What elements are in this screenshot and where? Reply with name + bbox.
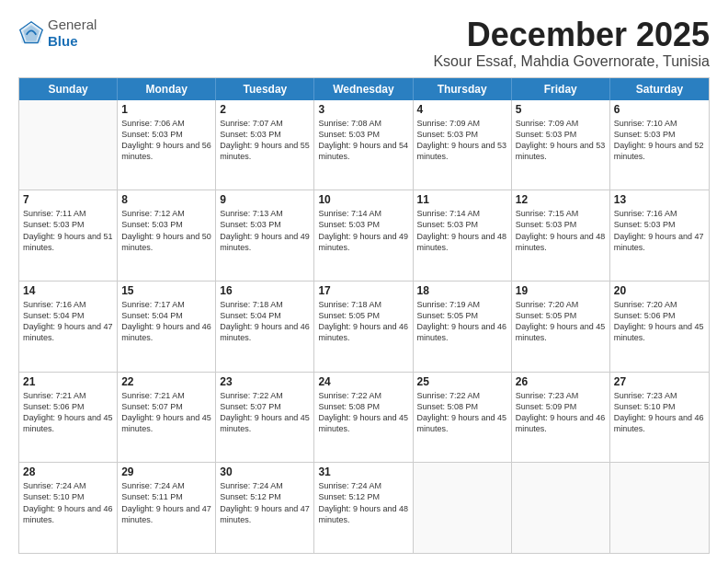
day-info: Sunrise: 7:11 AM Sunset: 5:03 PM Dayligh… [23, 208, 113, 253]
page: General Blue December 2025 Ksour Essaf, … [0, 0, 728, 563]
header-day-saturday: Saturday [610, 78, 709, 100]
day-cell-18: 18Sunrise: 7:19 AM Sunset: 5:05 PM Dayli… [414, 282, 512, 372]
logo-general: General [48, 17, 97, 32]
calendar-row-0: 1Sunrise: 7:06 AM Sunset: 5:03 PM Daylig… [19, 100, 709, 190]
day-cell-10: 10Sunrise: 7:14 AM Sunset: 5:03 PM Dayli… [314, 190, 413, 281]
day-number: 23 [220, 375, 310, 388]
day-number: 7 [23, 193, 113, 206]
calendar-row-3: 21Sunrise: 7:21 AM Sunset: 5:06 PM Dayli… [19, 372, 709, 463]
day-info: Sunrise: 7:19 AM Sunset: 5:05 PM Dayligh… [417, 299, 507, 344]
day-info: Sunrise: 7:13 AM Sunset: 5:03 PM Dayligh… [220, 208, 310, 253]
header-day-monday: Monday [118, 78, 216, 100]
day-number: 29 [121, 465, 211, 478]
day-info: Sunrise: 7:08 AM Sunset: 5:03 PM Dayligh… [318, 118, 408, 163]
day-info: Sunrise: 7:14 AM Sunset: 5:03 PM Dayligh… [417, 208, 507, 253]
day-cell-20: 20Sunrise: 7:20 AM Sunset: 5:06 PM Dayli… [610, 282, 709, 372]
day-cell-3: 3Sunrise: 7:08 AM Sunset: 5:03 PM Daylig… [314, 100, 413, 190]
day-cell-27: 27Sunrise: 7:23 AM Sunset: 5:10 PM Dayli… [610, 373, 709, 463]
day-info: Sunrise: 7:20 AM Sunset: 5:05 PM Dayligh… [516, 299, 606, 344]
day-cell-empty [414, 463, 512, 553]
day-cell-9: 9Sunrise: 7:13 AM Sunset: 5:03 PM Daylig… [216, 190, 314, 281]
day-number: 31 [318, 465, 408, 478]
day-info: Sunrise: 7:24 AM Sunset: 5:12 PM Dayligh… [318, 480, 408, 525]
day-cell-12: 12Sunrise: 7:15 AM Sunset: 5:03 PM Dayli… [512, 190, 610, 281]
day-info: Sunrise: 7:09 AM Sunset: 5:03 PM Dayligh… [417, 118, 507, 163]
header-day-wednesday: Wednesday [314, 78, 413, 100]
day-cell-2: 2Sunrise: 7:07 AM Sunset: 5:03 PM Daylig… [216, 100, 314, 190]
logo-text: General Blue [48, 17, 97, 50]
day-number: 25 [417, 375, 507, 388]
day-cell-5: 5Sunrise: 7:09 AM Sunset: 5:03 PM Daylig… [512, 100, 610, 190]
day-cell-28: 28Sunrise: 7:24 AM Sunset: 5:10 PM Dayli… [19, 463, 118, 553]
day-cell-31: 31Sunrise: 7:24 AM Sunset: 5:12 PM Dayli… [314, 463, 413, 553]
day-cell-23: 23Sunrise: 7:22 AM Sunset: 5:07 PM Dayli… [216, 373, 314, 463]
day-cell-16: 16Sunrise: 7:18 AM Sunset: 5:04 PM Dayli… [216, 282, 314, 372]
day-info: Sunrise: 7:14 AM Sunset: 5:03 PM Dayligh… [318, 208, 408, 253]
day-cell-26: 26Sunrise: 7:23 AM Sunset: 5:09 PM Dayli… [512, 373, 610, 463]
day-cell-6: 6Sunrise: 7:10 AM Sunset: 5:03 PM Daylig… [610, 100, 709, 190]
day-cell-17: 17Sunrise: 7:18 AM Sunset: 5:05 PM Dayli… [314, 282, 413, 372]
day-info: Sunrise: 7:10 AM Sunset: 5:03 PM Dayligh… [614, 118, 705, 163]
day-cell-4: 4Sunrise: 7:09 AM Sunset: 5:03 PM Daylig… [414, 100, 512, 190]
day-number: 27 [614, 375, 705, 388]
day-number: 13 [614, 193, 705, 206]
day-info: Sunrise: 7:18 AM Sunset: 5:05 PM Dayligh… [318, 299, 408, 344]
day-number: 10 [318, 193, 408, 206]
day-cell-13: 13Sunrise: 7:16 AM Sunset: 5:03 PM Dayli… [610, 190, 709, 281]
day-cell-15: 15Sunrise: 7:17 AM Sunset: 5:04 PM Dayli… [118, 282, 216, 372]
header-day-sunday: Sunday [19, 78, 118, 100]
logo-icon [18, 20, 44, 46]
day-cell-22: 22Sunrise: 7:21 AM Sunset: 5:07 PM Dayli… [118, 373, 216, 463]
day-cell-8: 8Sunrise: 7:12 AM Sunset: 5:03 PM Daylig… [118, 190, 216, 281]
day-cell-1: 1Sunrise: 7:06 AM Sunset: 5:03 PM Daylig… [118, 100, 216, 190]
day-cell-empty [610, 463, 709, 553]
day-number: 5 [516, 103, 606, 116]
day-number: 24 [318, 375, 408, 388]
day-cell-19: 19Sunrise: 7:20 AM Sunset: 5:05 PM Dayli… [512, 282, 610, 372]
day-number: 3 [318, 103, 408, 116]
day-info: Sunrise: 7:09 AM Sunset: 5:03 PM Dayligh… [516, 118, 606, 163]
day-number: 28 [23, 465, 113, 478]
day-info: Sunrise: 7:21 AM Sunset: 5:07 PM Dayligh… [121, 390, 211, 435]
day-cell-7: 7Sunrise: 7:11 AM Sunset: 5:03 PM Daylig… [19, 190, 118, 281]
day-cell-11: 11Sunrise: 7:14 AM Sunset: 5:03 PM Dayli… [414, 190, 512, 281]
day-info: Sunrise: 7:24 AM Sunset: 5:12 PM Dayligh… [220, 480, 310, 525]
calendar-row-2: 14Sunrise: 7:16 AM Sunset: 5:04 PM Dayli… [19, 281, 709, 372]
day-info: Sunrise: 7:17 AM Sunset: 5:04 PM Dayligh… [121, 299, 211, 344]
calendar-row-1: 7Sunrise: 7:11 AM Sunset: 5:03 PM Daylig… [19, 190, 709, 281]
day-number: 22 [121, 375, 211, 388]
day-number: 12 [516, 193, 606, 206]
day-number: 21 [23, 375, 113, 388]
day-number: 19 [516, 284, 606, 297]
day-number: 11 [417, 193, 507, 206]
calendar: SundayMondayTuesdayWednesdayThursdayFrid… [18, 77, 710, 554]
day-number: 20 [614, 284, 705, 297]
day-info: Sunrise: 7:16 AM Sunset: 5:03 PM Dayligh… [614, 208, 705, 253]
title-block: December 2025 Ksour Essaf, Mahdia Govern… [433, 17, 710, 70]
day-info: Sunrise: 7:15 AM Sunset: 5:03 PM Dayligh… [516, 208, 606, 253]
day-number: 26 [516, 375, 606, 388]
day-info: Sunrise: 7:22 AM Sunset: 5:08 PM Dayligh… [417, 390, 507, 435]
day-cell-30: 30Sunrise: 7:24 AM Sunset: 5:12 PM Dayli… [216, 463, 314, 553]
day-info: Sunrise: 7:24 AM Sunset: 5:10 PM Dayligh… [23, 480, 113, 525]
day-info: Sunrise: 7:23 AM Sunset: 5:10 PM Dayligh… [614, 390, 705, 435]
logo: General Blue [18, 17, 97, 50]
day-cell-24: 24Sunrise: 7:22 AM Sunset: 5:08 PM Dayli… [314, 373, 413, 463]
day-info: Sunrise: 7:06 AM Sunset: 5:03 PM Dayligh… [121, 118, 211, 163]
day-number: 2 [220, 103, 310, 116]
subtitle: Ksour Essaf, Mahdia Governorate, Tunisia [433, 53, 710, 70]
day-info: Sunrise: 7:16 AM Sunset: 5:04 PM Dayligh… [23, 299, 113, 344]
day-info: Sunrise: 7:23 AM Sunset: 5:09 PM Dayligh… [516, 390, 606, 435]
day-cell-29: 29Sunrise: 7:24 AM Sunset: 5:11 PM Dayli… [118, 463, 216, 553]
day-cell-empty [19, 100, 118, 190]
day-number: 9 [220, 193, 310, 206]
day-number: 6 [614, 103, 705, 116]
day-info: Sunrise: 7:21 AM Sunset: 5:06 PM Dayligh… [23, 390, 113, 435]
day-number: 17 [318, 284, 408, 297]
header-day-thursday: Thursday [414, 78, 512, 100]
day-number: 30 [220, 465, 310, 478]
header: General Blue December 2025 Ksour Essaf, … [18, 17, 710, 70]
day-cell-empty [512, 463, 610, 553]
day-cell-21: 21Sunrise: 7:21 AM Sunset: 5:06 PM Dayli… [19, 373, 118, 463]
calendar-header: SundayMondayTuesdayWednesdayThursdayFrid… [19, 78, 709, 100]
